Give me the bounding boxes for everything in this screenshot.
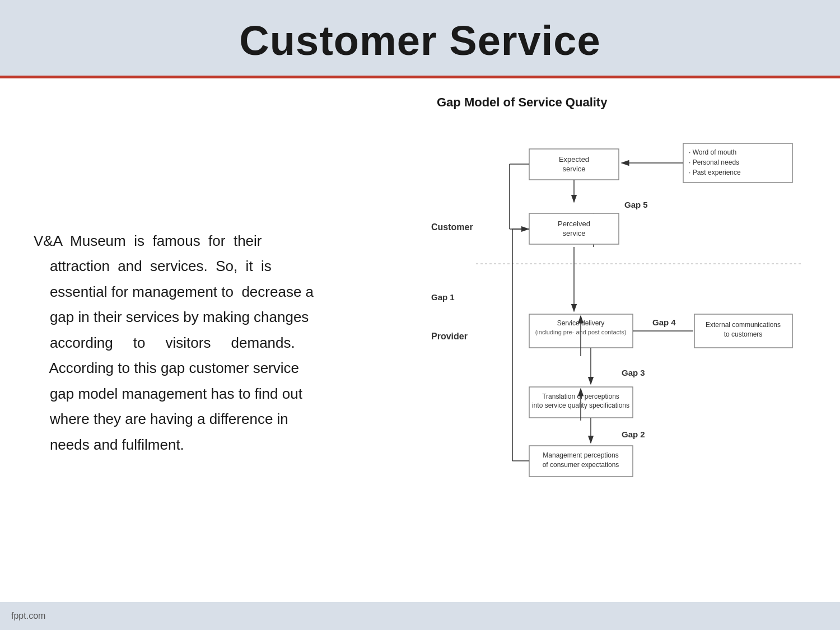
svg-text:to customers: to customers <box>724 330 763 338</box>
text-panel: V&A Museum is famous for their attractio… <box>0 78 403 602</box>
gap3-label: Gap 3 <box>622 368 645 377</box>
svg-text:External communications: External communications <box>706 321 781 329</box>
gap-model-svg: Customer Gap 1 Provider Expected service… <box>426 121 806 491</box>
svg-text:· Personal needs: · Personal needs <box>689 158 739 166</box>
customer-label: Customer <box>431 222 473 232</box>
gap1-label: Gap 1 <box>431 292 455 302</box>
page-title: Customer Service <box>34 17 806 64</box>
body-text: V&A Museum is famous for their attractio… <box>34 228 375 458</box>
footer-section: fppt.com <box>0 602 840 630</box>
footer-text: fppt.com <box>11 611 45 621</box>
gap2-label: Gap 2 <box>622 430 645 439</box>
main-content: V&A Museum is famous for their attractio… <box>0 78 840 602</box>
provider-label: Provider <box>431 332 468 341</box>
header-section: Customer Service <box>0 0 840 76</box>
svg-text:Management perceptions: Management perceptions <box>543 451 618 459</box>
gap5-label: Gap 5 <box>624 200 648 209</box>
svg-text:of consumer expectations: of consumer expectations <box>543 461 619 469</box>
diagram-svg-container: Customer Gap 1 Provider Expected service… <box>414 121 818 491</box>
diagram-title: Gap Model of Service Quality <box>437 95 607 110</box>
slide-container: Customer Service V&A Museum is famous fo… <box>0 0 840 630</box>
svg-text:Expected: Expected <box>559 155 589 164</box>
diagram-panel: Gap Model of Service Quality <box>403 78 840 602</box>
svg-text:service: service <box>562 229 585 237</box>
gap4-label: Gap 4 <box>652 318 676 327</box>
svg-text:Perceived: Perceived <box>558 220 590 228</box>
svg-text:· Word of mouth: · Word of mouth <box>689 148 736 156</box>
svg-text:· Past experience: · Past experience <box>689 169 741 176</box>
svg-text:service: service <box>562 165 585 173</box>
